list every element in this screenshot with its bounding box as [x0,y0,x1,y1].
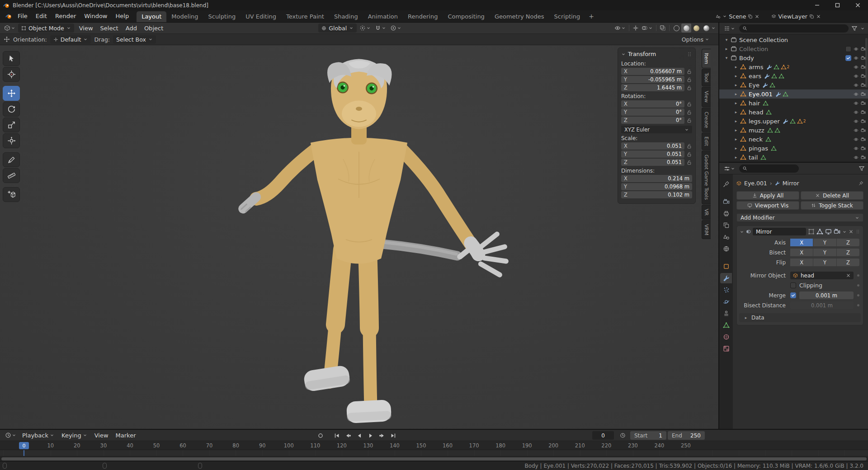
object-name[interactable]: neck [749,136,763,143]
tab-world[interactable] [720,244,732,254]
options-label[interactable]: Options [682,36,703,43]
clear-x-icon[interactable] [846,273,851,278]
n-panel-tab[interactable]: VRM [702,220,711,240]
jump-to-start-button[interactable] [332,431,342,440]
merge-checkbox[interactable] [790,292,796,298]
annotate-tool[interactable] [3,152,20,167]
outliner-row[interactable]: ▸ tail [719,153,868,162]
viewport-menu-item[interactable]: View [75,25,97,32]
lock-icon[interactable] [686,160,692,165]
disclosure-triangle[interactable]: ▸ [733,65,739,69]
previous-keyframe-button[interactable] [343,431,353,440]
disclosure-triangle[interactable]: ▸ [733,74,739,78]
disclosure-triangle[interactable]: ▸ [724,47,729,51]
drag-mode-dropdown[interactable]: Select Box [113,35,156,44]
tab-object-data[interactable] [720,320,732,330]
rotate-tool[interactable] [3,102,20,117]
disclosure-triangle[interactable]: ▸ [733,119,739,123]
delete-all-button[interactable]: Delete All [801,191,863,200]
timeline-menu-item[interactable]: View [91,432,112,439]
playhead-badge[interactable]: 0 [19,442,29,449]
modifier-name-field[interactable]: Mirror [753,228,806,235]
n-panel-tab[interactable]: Tool [702,69,711,86]
outliner-scrollbar[interactable] [865,38,868,88]
measure-tool[interactable] [3,168,20,183]
workspace-tab[interactable]: Animation [363,11,403,22]
workspace-tab[interactable]: Sculpting [203,11,241,22]
tab-render[interactable] [720,197,732,207]
hide-in-viewport-eye-icon[interactable] [854,56,859,61]
unlink-scene-icon[interactable] [755,14,760,19]
cursor-tool[interactable] [3,67,20,82]
outliner-row[interactable]: ▸ Collection [719,44,868,53]
tab-modifiers[interactable] [720,273,732,283]
xray-toggle[interactable] [658,24,667,32]
object-name[interactable]: hair [749,100,760,107]
dimensions-value-field[interactable]: Y 0.0968 m [621,183,692,190]
editor-type-button[interactable] [3,24,17,32]
dimensions-value-field[interactable]: Z 0.102 m [621,191,692,198]
workspace-tab[interactable]: Rendering [403,11,443,22]
move-tool[interactable] [3,86,20,101]
muzzle-mesh[interactable] [342,101,376,127]
menu-item[interactable]: Render [51,10,80,22]
play-reverse-button[interactable] [354,431,364,440]
hide-in-viewport-eye-icon[interactable] [854,101,859,106]
timeline-menu-item[interactable]: Marker [112,432,140,439]
transform-panel-header[interactable]: Transform [621,49,692,59]
jump-to-end-button[interactable] [388,431,398,440]
disclosure-triangle[interactable]: ▸ [733,137,739,141]
flip-toggle-button[interactable]: X [790,258,813,266]
location-value-field[interactable]: X 0.056607 m [621,68,684,75]
n-panel-tab[interactable]: VR [702,205,711,220]
outliner-search-input[interactable] [739,24,849,33]
disable-in-renders-camera-icon[interactable] [861,110,866,115]
viewport-menu-item[interactable]: Select [97,25,122,32]
n-panel-tab[interactable]: Item [702,49,711,68]
right-arm-mesh[interactable] [402,150,471,244]
timeline-ruler[interactable]: 0102030405060708090100110120130140150160… [0,441,868,450]
collection-name[interactable]: Scene Collection [739,37,788,43]
auto-keying-toggle[interactable] [316,431,326,440]
outliner-row[interactable]: ▸ ears [719,71,868,80]
disclosure-triangle[interactable]: ▸ [733,128,739,132]
flip-toggle-button[interactable]: Z [837,258,859,266]
n-panel-tab[interactable]: View [702,87,711,107]
workspace-tab[interactable]: Compositing [443,11,490,22]
lock-icon[interactable] [686,143,692,149]
playhead-line[interactable] [24,450,24,456]
rotation-value-field[interactable]: Y 0° [621,108,684,116]
mode-dropdown[interactable]: Object Mode [18,24,74,33]
new-view-layer-icon[interactable] [809,14,814,19]
decorator-dot[interactable] [857,284,859,287]
add-workspace-button[interactable]: + [585,13,598,20]
tab-output[interactable] [720,208,732,219]
bisect-toggle-button[interactable]: Y [813,249,836,256]
right-hand-glove[interactable] [460,234,506,275]
rotation-value-field[interactable]: Z 0° [621,117,684,124]
workspace-tab[interactable]: Layout [137,11,166,22]
play-button[interactable] [366,431,376,440]
minimize-button[interactable] [807,0,827,10]
filter-chevron-icon[interactable] [860,26,865,31]
object-name[interactable]: Eye [749,82,760,89]
workspace-tab[interactable]: Texture Paint [281,11,329,22]
scene-selector[interactable]: Scene [716,13,760,20]
pin-icon[interactable] [859,181,863,186]
outliner-row[interactable]: ▸ Eye [719,80,868,89]
scale-value-field[interactable]: Z 0.051 [621,159,684,166]
disclosure-triangle[interactable]: ▸ [733,146,739,150]
frame-start-field[interactable]: Start 1 [630,431,666,440]
hide-in-viewport-eye-icon[interactable] [854,65,859,70]
object-name[interactable]: arms [749,64,764,70]
tab-scene[interactable] [720,232,732,242]
view-layer-selector[interactable]: ViewLayer [771,13,821,20]
outliner-row[interactable]: ▸ muzz [719,126,868,135]
lock-icon[interactable] [686,69,692,75]
outliner-row[interactable]: ▸ head [719,108,868,117]
use-preview-range-clock-icon[interactable] [618,431,627,440]
workspace-tab[interactable]: Scripting [549,11,585,22]
tab-view-layer[interactable] [720,220,732,230]
viewport-canvas[interactable]: Transform Location: X 0.056607 m [0,45,718,429]
hide-in-viewport-eye-icon[interactable] [854,92,859,97]
